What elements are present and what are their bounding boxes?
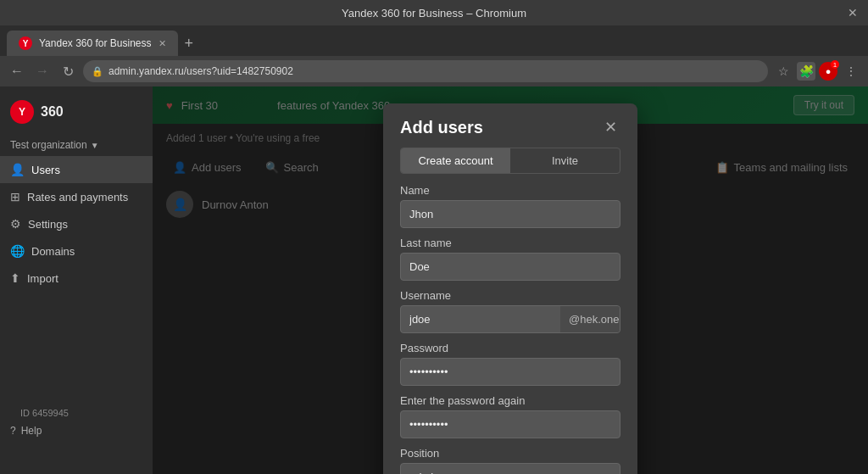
tab-label: Yandex 360 for Business: [39, 37, 152, 49]
org-name[interactable]: Test organization ▼: [0, 134, 153, 156]
tab-favicon: Y: [19, 36, 32, 50]
password-label: Password: [400, 342, 620, 354]
sidebar-label-domains: Domains: [31, 245, 75, 258]
modal-overlay: Add users ✕ Create account Invite Name L…: [153, 86, 868, 474]
name-input[interactable]: [400, 200, 620, 228]
modal-close-button[interactable]: ✕: [600, 117, 620, 137]
tab-invite[interactable]: Invite: [510, 148, 620, 173]
sidebar-label-users: Users: [31, 164, 60, 176]
position-input[interactable]: [400, 463, 620, 474]
sidebar-label-settings: Settings: [28, 218, 68, 231]
confirm-label: Enter the password again: [400, 394, 620, 407]
browser-tabbar: Y Yandex 360 for Business ✕ +: [0, 25, 868, 56]
user-id: ID 6459945: [10, 404, 142, 421]
users-icon: 👤: [10, 163, 25, 176]
back-button[interactable]: ←: [7, 61, 27, 81]
settings-icon: ⚙: [10, 217, 21, 231]
sidebar: Y 360 Test organization ▼ 👤 Users ⊞ Rate…: [0, 86, 153, 474]
lock-icon: 🔒: [92, 66, 103, 77]
username-domain: @hek.one: [560, 306, 620, 332]
org-chevron-icon: ▼: [91, 141, 99, 150]
window-close-button[interactable]: ✕: [848, 6, 858, 20]
modal-title: Add users: [400, 118, 483, 137]
tab-create-account[interactable]: Create account: [401, 148, 510, 173]
profile-badge: 1: [831, 60, 839, 69]
address-text: admin.yandex.ru/users?uid=1482750902: [108, 65, 293, 77]
sidebar-label-rates: Rates and payments: [27, 191, 128, 204]
modal-body: Name Last name Username @hek.one Passwor…: [383, 184, 637, 474]
tab-close-button[interactable]: ✕: [159, 38, 166, 49]
import-icon: ⬆: [10, 271, 20, 285]
extensions-button[interactable]: 🧩: [797, 62, 815, 81]
help-link[interactable]: ? Help: [10, 421, 142, 440]
modal-header: Add users ✕: [383, 103, 637, 148]
logo-icon: Y: [10, 100, 34, 124]
sidebar-label-import: Import: [27, 272, 58, 285]
lastname-input[interactable]: [400, 253, 620, 281]
sidebar-item-domains[interactable]: 🌐 Domains: [0, 237, 153, 265]
username-label: Username: [400, 289, 620, 302]
domains-icon: 🌐: [10, 244, 25, 258]
logo-text: 360: [41, 104, 64, 120]
address-bar[interactable]: 🔒 admin.yandex.ru/users?uid=1482750902: [83, 60, 768, 82]
profile-button[interactable]: ● 1: [819, 62, 837, 81]
reload-button[interactable]: ↻: [58, 61, 78, 81]
browser-titlebar: Yandex 360 for Business – Chromium ✕: [0, 0, 868, 25]
modal-tabs: Create account Invite: [400, 148, 620, 174]
sidebar-item-import[interactable]: ⬆ Import: [0, 265, 153, 292]
browser-toolbar: ← → ↻ 🔒 admin.yandex.ru/users?uid=148275…: [0, 56, 868, 86]
password-input[interactable]: [400, 358, 620, 386]
menu-button[interactable]: ⋮: [841, 61, 861, 81]
name-label: Name: [400, 184, 620, 197]
toolbar-actions: ☆ 🧩 ● 1 ⋮: [773, 61, 861, 81]
help-icon: ?: [10, 425, 16, 437]
lastname-label: Last name: [400, 237, 620, 249]
browser-tab-active[interactable]: Y Yandex 360 for Business ✕: [7, 31, 178, 56]
sidebar-item-users[interactable]: 👤 Users: [0, 156, 153, 183]
rates-icon: ⊞: [10, 190, 20, 204]
app-area: Y 360 Test organization ▼ 👤 Users ⊞ Rate…: [0, 86, 868, 474]
window-title: Yandex 360 for Business – Chromium: [342, 7, 526, 20]
position-label: Position: [400, 447, 620, 460]
sidebar-item-rates[interactable]: ⊞ Rates and payments: [0, 183, 153, 210]
confirm-input[interactable]: [400, 410, 620, 438]
username-row: @hek.one: [400, 305, 620, 333]
new-tab-button[interactable]: +: [178, 31, 201, 56]
main-content: ♥ First 30 features of Yandex 360. Try i…: [153, 86, 868, 474]
username-input[interactable]: [401, 306, 560, 332]
add-users-modal: Add users ✕ Create account Invite Name L…: [383, 103, 637, 474]
bookmark-button[interactable]: ☆: [773, 61, 793, 81]
forward-button[interactable]: →: [32, 61, 53, 81]
sidebar-item-settings[interactable]: ⚙ Settings: [0, 210, 153, 237]
sidebar-logo: Y 360: [0, 93, 153, 134]
